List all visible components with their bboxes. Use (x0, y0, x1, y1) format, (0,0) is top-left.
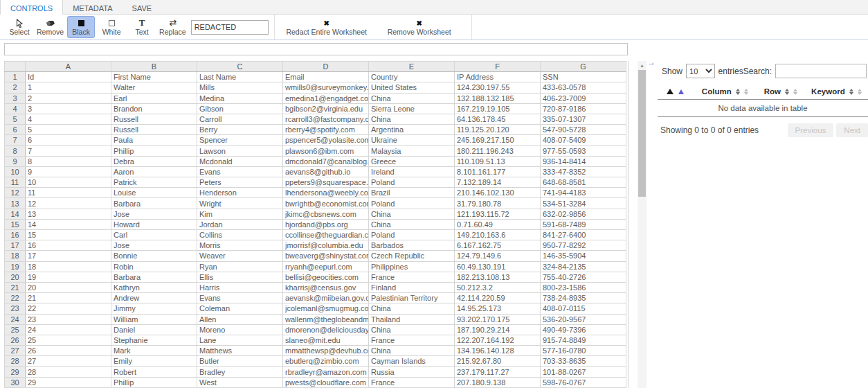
grid-cell[interactable]: 950-77-8292 (541, 240, 626, 251)
grid-cell[interactable]: hjordand@pbs.org (283, 219, 369, 229)
grid-cell[interactable]: Peters (197, 177, 283, 188)
grid-cell[interactable]: 93.202.170.175 (455, 314, 541, 324)
grid-cell[interactable]: 124.79.149.6 (455, 251, 541, 261)
grid-cell[interactable]: Ellis (197, 272, 283, 282)
panel-expand-arrow-icon[interactable]: → (647, 58, 655, 67)
grid-cell[interactable]: SSN (541, 72, 626, 82)
page-length-select[interactable]: 10 (686, 64, 715, 78)
grid-cell[interactable]: 4 (26, 114, 111, 124)
grid-cell[interactable]: Carl (111, 230, 197, 240)
grid-cell[interactable]: 6 (26, 135, 111, 146)
grid-cell[interactable]: 408-07-0115 (541, 303, 626, 314)
grid-cell[interactable]: Robert (111, 367, 197, 377)
grid-cell[interactable]: 187.190.29.214 (455, 324, 541, 335)
grid-cell[interactable]: Evans (197, 166, 283, 177)
grid-cell[interactable]: Mills (197, 82, 283, 93)
grid-cell[interactable]: 720-87-9186 (541, 103, 626, 114)
grid-cell[interactable]: Coleman (197, 303, 283, 314)
grid-cell[interactable]: Matthews (197, 346, 283, 356)
grid-cell[interactable]: 64.136.178.45 (455, 114, 541, 124)
previous-page-button[interactable]: Previous (788, 123, 834, 137)
grid-cell[interactable]: Mark (111, 346, 197, 356)
grid-cell[interactable]: Lawson (197, 146, 283, 156)
grid-cell[interactable]: 27 (26, 356, 111, 367)
grid-cell[interactable]: Kathryn (111, 282, 197, 292)
grid-cell[interactable]: Patrick (111, 177, 197, 188)
grid-cell[interactable]: Wright (197, 198, 283, 209)
row-header[interactable]: 29 (5, 367, 26, 377)
row-header[interactable]: 1 (5, 72, 26, 82)
row-header[interactable]: 20 (5, 272, 26, 282)
grid-cell[interactable]: France (369, 272, 455, 282)
column-header-a[interactable]: A (26, 62, 111, 72)
grid-cell[interactable]: Emily (111, 356, 197, 367)
grid-cell[interactable]: 16 (26, 240, 111, 251)
tab-save[interactable]: SAVE (123, 0, 162, 14)
grid-cell[interactable]: 25 (26, 335, 111, 345)
grid-cell[interactable]: Robin (111, 261, 197, 272)
grid-cell[interactable]: 182.213.108.13 (455, 272, 541, 282)
grid-cell[interactable]: Country (369, 72, 455, 82)
grid-cell[interactable]: Moreno (197, 324, 283, 335)
grid-cell[interactable]: dmcdonald7@canalblog.com (283, 156, 369, 166)
grid-cell[interactable]: Spencer (197, 135, 283, 146)
grid-cell[interactable]: 180.211.196.243 (455, 146, 541, 156)
column-header-b[interactable]: B (111, 62, 197, 72)
grid-cell[interactable]: 577-16-0780 (541, 346, 626, 356)
grid-cell[interactable]: 7.132.189.14 (455, 177, 541, 188)
row-header[interactable]: 21 (5, 282, 26, 292)
grid-cell[interactable]: 536-20-9567 (541, 314, 626, 324)
grid-cell[interactable]: Louise (111, 188, 197, 198)
grid-cell[interactable]: bgibson2@virginia.edu (283, 103, 369, 114)
grid-cell[interactable]: France (369, 377, 455, 387)
row-header[interactable]: 11 (5, 177, 26, 188)
row-sort-header[interactable]: Row (757, 85, 805, 100)
grid-cell[interactable]: 14.95.25.173 (455, 303, 541, 314)
grid-cell[interactable]: Brazil (369, 188, 455, 198)
grid-cell[interactable]: China (369, 114, 455, 124)
remove-tool-button[interactable]: Remove (36, 16, 64, 38)
row-header[interactable]: 16 (5, 230, 26, 240)
grid-cell[interactable]: 2 (26, 93, 111, 103)
grid-cell[interactable]: Russell (111, 125, 197, 135)
grid-cell[interactable]: China (369, 209, 455, 219)
grid-cell[interactable]: wmills0@surveymonkey.com (283, 82, 369, 93)
grid-cell[interactable]: China (369, 346, 455, 356)
grid-cell[interactable]: 31.79.180.78 (455, 198, 541, 209)
row-header[interactable]: 4 (5, 103, 26, 114)
grid-cell[interactable]: Andrew (111, 293, 197, 303)
grid-cell[interactable]: aevans8@github.io (283, 166, 369, 177)
row-header[interactable]: 30 (5, 377, 26, 387)
grid-cell[interactable]: Email (283, 72, 369, 82)
grid-cell[interactable]: 124.230.197.55 (455, 82, 541, 93)
scrollbar-thumb[interactable] (638, 70, 646, 197)
grid-cell[interactable]: 335-07-1307 (541, 114, 626, 124)
grid-cell[interactable]: pwests@cloudflare.com (283, 377, 369, 387)
grid-cell[interactable]: 406-23-7009 (541, 93, 626, 103)
row-header[interactable]: 5 (5, 114, 26, 124)
grid-cell[interactable]: 936-14-8414 (541, 156, 626, 166)
grid-cell[interactable]: Czech Republic (369, 251, 455, 261)
grid-cell[interactable]: Allen (197, 314, 283, 324)
grid-cell[interactable]: Greece (369, 156, 455, 166)
grid-cell[interactable]: 22 (26, 303, 111, 314)
column-header-d[interactable]: D (283, 62, 369, 72)
grid-cell[interactable]: Thailand (369, 314, 455, 324)
search-input[interactable] (775, 64, 867, 78)
grid-cell[interactable]: 207.180.9.138 (455, 377, 541, 387)
grid-cell[interactable]: Russell (111, 114, 197, 124)
grid-cell[interactable]: bellisi@geocities.com (283, 272, 369, 282)
grid-cell[interactable]: 20 (26, 282, 111, 292)
grid-cell[interactable]: Jordan (197, 219, 283, 229)
grid-cell[interactable]: Poland (369, 198, 455, 209)
select-all-corner[interactable] (5, 62, 26, 72)
grid-cell[interactable]: 122.207.164.192 (455, 335, 541, 345)
grid-cell[interactable]: 841-27-6400 (541, 230, 626, 240)
grid-cell[interactable]: Daniel (111, 324, 197, 335)
grid-cell[interactable]: China (369, 93, 455, 103)
row-header[interactable]: 17 (5, 240, 26, 251)
grid-cell[interactable]: 11 (26, 188, 111, 198)
grid-cell[interactable]: 741-94-4183 (541, 188, 626, 198)
grid-cell[interactable]: 215.92.67.80 (455, 356, 541, 367)
grid-cell[interactable]: 26 (26, 346, 111, 356)
